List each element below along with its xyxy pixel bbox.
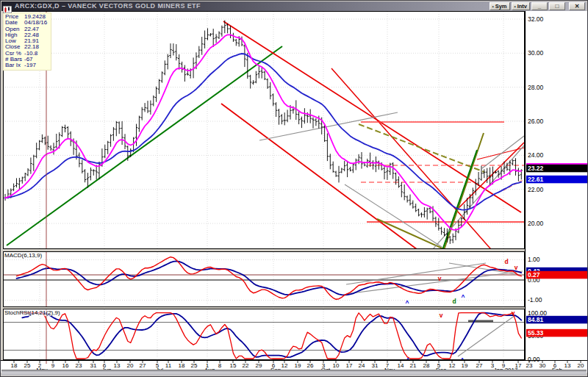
chart-canvas[interactable]: ^vd^dv^v^v32.0030.0028.0026.0024.0022.00… [1, 1, 588, 377]
interval-button[interactable]: ▪Intv [512, 2, 530, 10]
svg-text:^: ^ [406, 299, 409, 306]
svg-text:15: 15 [230, 362, 237, 369]
svg-text:30: 30 [539, 362, 546, 369]
svg-text:27: 27 [476, 362, 483, 369]
svg-text:84.81: 84.81 [528, 316, 544, 323]
svg-text:28: 28 [423, 362, 430, 369]
svg-text:-1.00: -1.00 [528, 296, 542, 304]
svg-text:18: 18 [11, 362, 18, 369]
svg-text:20: 20 [127, 362, 134, 369]
svg-text:12: 12 [449, 362, 456, 369]
svg-text:29: 29 [256, 362, 262, 369]
interval-button-icon: ▪ [514, 4, 516, 9]
svg-text:0.27: 0.27 [528, 271, 540, 279]
svg-text:17: 17 [346, 362, 353, 369]
svg-text:20: 20 [578, 362, 584, 369]
app-icon [3, 3, 12, 10]
svg-text:30.00: 30.00 [528, 49, 544, 57]
panel-row-barix: Bar Ix-197 [5, 62, 49, 68]
svg-text:25: 25 [24, 362, 31, 369]
symbol-button-icon: ▪ [492, 4, 494, 9]
horizontal-scrollbar[interactable] [1, 370, 587, 376]
svg-text:v: v [514, 264, 518, 271]
svg-text:25: 25 [191, 362, 198, 369]
svg-text:26: 26 [307, 362, 314, 369]
svg-text:14: 14 [398, 362, 404, 369]
svg-text:13: 13 [114, 362, 121, 369]
svg-text:23.22: 23.22 [528, 165, 544, 172]
svg-text:24: 24 [359, 362, 365, 369]
svg-text:v: v [440, 312, 443, 319]
svg-text:20.00: 20.00 [528, 220, 544, 227]
svg-text:d: d [452, 298, 456, 305]
window-title: ARCX:GDX,D – VANECK VECTORS GOLD MINERS … [15, 1, 490, 11]
svg-text:10: 10 [333, 362, 340, 369]
svg-text:31: 31 [372, 362, 379, 369]
maximize-button[interactable]: □ [549, 2, 565, 10]
svg-text:11: 11 [165, 362, 172, 369]
svg-text:8: 8 [218, 362, 222, 369]
svg-text:^: ^ [462, 293, 465, 301]
svg-text:22.61: 22.61 [528, 176, 544, 183]
macd-value-badges: 0.420.27 [526, 268, 588, 279]
svg-text:26.00: 26.00 [528, 118, 544, 125]
svg-text:19: 19 [462, 362, 468, 369]
svg-text:24.00: 24.00 [528, 151, 544, 159]
macd-pane-label: MACD(6,13,9) [4, 252, 42, 259]
svg-text:21: 21 [410, 362, 417, 369]
svg-text:23: 23 [526, 362, 533, 369]
svg-text:9: 9 [51, 362, 55, 369]
svg-text:12: 12 [282, 362, 288, 369]
svg-text:23: 23 [76, 362, 82, 369]
svg-text:32.00: 32.00 [528, 15, 544, 23]
maximize-icon: □ [556, 3, 559, 10]
svg-text:17: 17 [515, 362, 522, 369]
close-button[interactable]: ✕ [569, 2, 585, 10]
cursor-data-panel: Price19.2428 Date04/18/16 Open22.47 High… [3, 12, 51, 71]
svg-text:d: d [504, 258, 508, 265]
svg-text:19: 19 [295, 362, 301, 369]
svg-text:13: 13 [564, 362, 571, 369]
svg-text:v: v [438, 275, 442, 282]
minimize-button[interactable]: _ [531, 2, 548, 10]
titlebar[interactable]: ARCX:GDX,D – VANECK VECTORS GOLD MINERS … [1, 1, 587, 11]
minimize-icon: _ [538, 3, 541, 10]
stochrsi-pane-label: StochRSI(14,21(2),9) [4, 309, 60, 316]
close-icon: ✕ [575, 3, 580, 10]
svg-text:1.00: 1.00 [528, 256, 540, 263]
svg-text:22.00: 22.00 [528, 186, 544, 193]
svg-text:16: 16 [62, 362, 69, 369]
svg-text:22: 22 [243, 362, 249, 369]
svg-text:28.00: 28.00 [528, 84, 544, 91]
chart-window: ^vd^dv^v^v32.0030.0028.0026.0024.0022.00… [0, 0, 588, 377]
svg-text:55.33: 55.33 [528, 329, 544, 337]
symbol-button[interactable]: ▪Sym [490, 2, 510, 10]
svg-text:18: 18 [179, 362, 185, 369]
svg-text:27: 27 [140, 362, 146, 369]
svg-text:31: 31 [90, 362, 97, 369]
svg-text:v: v [512, 309, 515, 317]
